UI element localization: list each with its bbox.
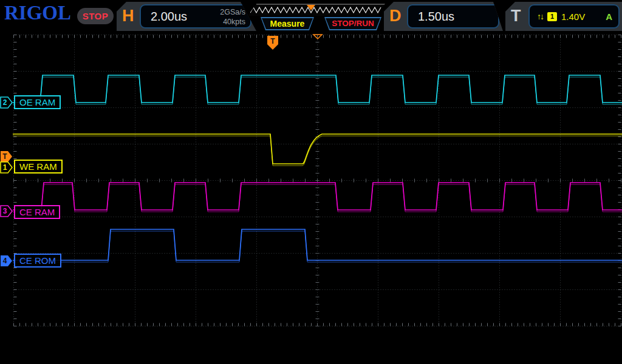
channel3-label-tag[interactable]: CE RAM <box>14 205 60 219</box>
measure-button-label: Measure <box>262 18 313 29</box>
trigger-level-value: 1.40V <box>561 12 585 22</box>
trigger-mode: A <box>606 12 618 22</box>
delay-value: 1.50us <box>408 10 454 23</box>
memory-position-strip[interactable] <box>248 4 385 16</box>
stop-run-button[interactable]: STOP/RUN <box>324 17 381 30</box>
delay-block[interactable]: D 1.50us <box>384 2 503 31</box>
bottom-status-bar: 1 5.00V +1.80V 2 5.00V +10.6V 3 5.00V -4… <box>0 328 622 364</box>
trigger-badge-letter: T <box>270 37 275 46</box>
measure-button[interactable]: Measure <box>261 17 314 30</box>
trigger-label: T <box>511 7 521 25</box>
brand-logo: RIGOL <box>4 2 71 24</box>
top-status-bar: RIGOL STOP H 2.00us 2GSa/s 40kpts Measur… <box>0 0 622 33</box>
channel4-label-tag[interactable]: CE ROM <box>14 254 61 268</box>
timebase-value: 2.00us <box>141 5 187 27</box>
graticule-grid <box>14 35 621 326</box>
trigger-source-chip: 1 <box>547 12 557 21</box>
oscilloscope-screen: RIGOL STOP H 2.00us 2GSa/s 40kpts Measur… <box>0 0 622 364</box>
svg-text:T: T <box>2 152 7 161</box>
samplerate-depth: 2GSa/s 40kpts <box>220 5 250 27</box>
trigger-position-badge[interactable]: T <box>267 36 278 50</box>
horizontal-timebase-block[interactable]: H 2.00us 2GSa/s 40kpts <box>117 2 256 31</box>
svg-text:2: 2 <box>3 98 7 107</box>
svg-text:3: 3 <box>3 207 7 215</box>
svg-text:4: 4 <box>3 257 7 265</box>
delay-readout: 1.50us <box>407 4 499 29</box>
trigger-block[interactable]: T ↑↓ 1 1.40V A <box>505 2 622 31</box>
graticule-and-traces: T <box>13 33 622 328</box>
memory-waveform-icon <box>248 4 385 16</box>
waveform-display: 2T134 T OE RAM WE RAM CE RAM CE ROM <box>0 33 622 328</box>
horizontal-label: H <box>122 7 134 25</box>
svg-text:1: 1 <box>3 163 7 172</box>
memory-depth: 40kpts <box>223 18 245 26</box>
timebase-readout: 2.00us 2GSa/s 40kpts <box>140 4 251 29</box>
delay-label: D <box>389 7 402 25</box>
trigger-readout: ↑↓ 1 1.40V A <box>528 4 620 29</box>
trigger-slope-icon: ↑↓ <box>530 12 543 21</box>
acquisition-status-badge: STOP <box>77 8 114 24</box>
channel2-label-tag[interactable]: OE RAM <box>14 95 61 109</box>
stop-run-button-label: STOP/RUN <box>326 18 380 29</box>
channel1-label-tag[interactable]: WE RAM <box>14 160 63 174</box>
channel-offset-markers[interactable]: 2T134 <box>0 33 13 328</box>
sample-rate: 2GSa/s <box>220 8 245 16</box>
